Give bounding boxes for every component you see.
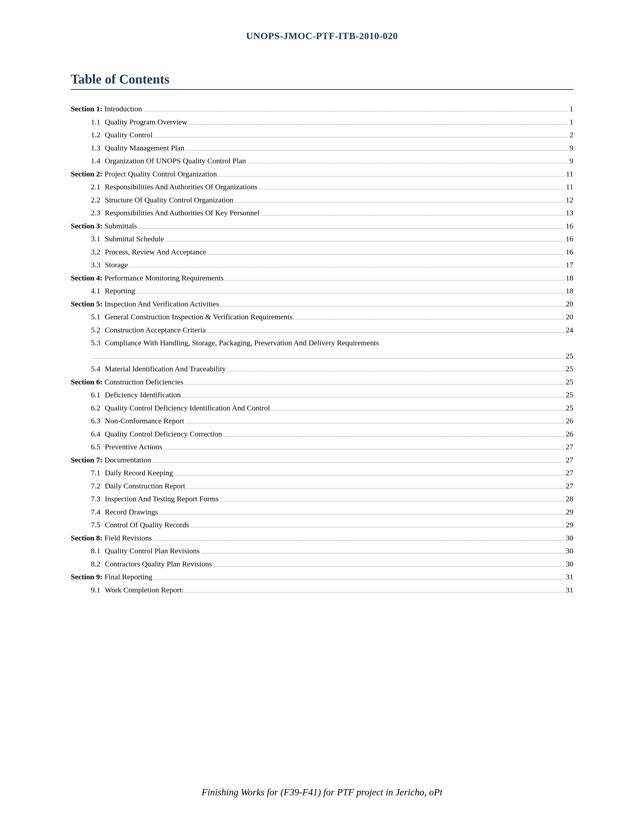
toc-page: 25 — [566, 362, 573, 375]
toc-sub-row: 1.4 Organization Of UNOPS Quality Contro… — [71, 154, 573, 167]
toc-sub-num: 7.3 — [91, 492, 105, 505]
toc-sub-num: 2.3 — [91, 206, 105, 219]
toc-sub-num: 8.2 — [91, 558, 105, 570]
toc-sub-num: 2.2 — [91, 194, 105, 206]
toc-section-num: Section 7: — [71, 453, 103, 466]
toc-page: 13 — [566, 206, 573, 219]
toc-sub-title: Responsibilities And Authorities Of Orga… — [105, 180, 258, 193]
toc-page: 11 — [566, 167, 573, 180]
toc-sub-row: 1.1 Quality Program Overview 1 — [71, 116, 573, 128]
toc-sub-row: 4.1 Reporting 18 — [71, 285, 573, 297]
toc-section-row: Section 8: Field Revisions 30 — [71, 532, 573, 544]
toc-body: Section 1: Introduction 1 1.1 Quality Pr… — [71, 103, 573, 772]
toc-sub-row: 1.3 Quality Management Plan 9 — [71, 142, 573, 154]
toc-dots — [271, 410, 565, 410]
toc-section-row: Section 4: Performance Monitoring Requir… — [71, 272, 573, 284]
toc-sub-row: 1.2 Quality Control 2 — [71, 129, 573, 141]
toc-sub-num: 5.3 — [91, 336, 105, 349]
toc-dots — [190, 527, 565, 527]
toc-dots — [143, 111, 568, 111]
toc-dots — [234, 202, 565, 203]
toc-sub-row: 6.2 Quality Control Deficiency Identific… — [71, 402, 573, 414]
toc-section-num: Section 6: — [71, 376, 103, 388]
toc-page: 29 — [566, 506, 573, 518]
document-id: UNOPS-JMOC-PTF-ITB-2010-020 — [246, 31, 398, 41]
toc-sub-row: 5.2 Construction Acceptance Criteria 24 — [71, 323, 573, 336]
toc-sub-num: 4.1 — [91, 285, 105, 297]
toc-section-row: Section 2: Project Quality Control Organ… — [71, 167, 573, 180]
toc-sub-title: Quality Control — [105, 129, 153, 141]
toc-sub-title: Quality Program Overview — [105, 116, 187, 128]
toc-page: 16 — [566, 220, 573, 232]
toc-dots — [153, 579, 565, 579]
toc-dots — [260, 215, 565, 215]
toc-sub-title: Responsibilities And Authorities Of Key … — [105, 206, 259, 219]
toc-page: 31 — [566, 584, 573, 596]
toc-sub-row: 7.3 Inspection And Testing Report Forms … — [71, 492, 573, 505]
toc-section-title: Inspection And Verification Activities — [105, 298, 219, 310]
toc-page: 26 — [566, 415, 573, 427]
toc-sub-row: 6.4 Quality Control Deficiency Correctio… — [71, 428, 573, 440]
toc-page: 20 — [566, 298, 573, 310]
toc-page: 30 — [566, 532, 573, 544]
toc-sub-title: Material Identification And Traceability — [105, 362, 226, 375]
toc-dots — [182, 397, 565, 397]
toc-sub-title: Quality Control Deficiency Identificatio… — [105, 402, 270, 414]
toc-page: 11 — [566, 180, 573, 193]
toc-sub-title: Deficiency Identification — [105, 389, 181, 401]
toc-sub-row: 2.1 Responsibilities And Authorities Of … — [71, 180, 573, 193]
toc-section-num: Section 4: — [71, 272, 103, 284]
toc-dots — [201, 553, 565, 553]
toc-sub-num: 6.3 — [91, 415, 105, 427]
toc-page: 31 — [566, 571, 573, 583]
toc-dots — [136, 293, 565, 293]
toc-dots — [153, 137, 568, 137]
toc-section-title: Field Revisions — [105, 532, 152, 544]
toc-dots — [186, 488, 565, 489]
toc-page: 29 — [566, 518, 573, 531]
toc-sub-row: 7.4 Record Drawings 29 — [71, 506, 573, 518]
toc-sub-title: Construction Acceptance Criteria — [105, 323, 206, 336]
toc-page: 30 — [566, 545, 573, 557]
toc-section-num: Section 1: — [71, 103, 103, 115]
toc-sub-title: Work Completion Report: — [105, 584, 184, 596]
toc-sub-title: Process, Review And Acceptance — [105, 246, 206, 258]
toc-sub-row: 6.5 Preventive Actions 27 — [71, 441, 573, 453]
toc-page: 2 — [570, 129, 573, 141]
toc-page: 25 — [566, 376, 573, 388]
toc-sub-title: Quality Control Deficiency Correction — [105, 428, 222, 440]
toc-dots — [218, 176, 565, 177]
toc-section-title: Construction Deficiencies — [105, 376, 184, 388]
toc-page: 25 — [566, 389, 573, 401]
toc-section-title: Submittals — [105, 220, 137, 232]
toc-section-title: Final Reporting — [105, 571, 152, 583]
toc-section-title: Documentation — [105, 453, 151, 466]
toc-page: 30 — [566, 558, 573, 570]
toc-sub-title: Daily Construction Report — [105, 479, 185, 492]
toc-section-row: Section 1: Introduction 1 — [71, 103, 573, 115]
toc-section-title: Introduction — [105, 103, 142, 115]
toc-page: 26 — [566, 428, 573, 440]
toc-page: 12 — [566, 194, 573, 206]
toc-sub-num: 5.4 — [91, 362, 105, 375]
toc-continuation: 25 — [71, 350, 573, 362]
toc-sub-num: 9.1 — [91, 584, 105, 596]
toc-section-title: Project Quality Control Organization — [105, 167, 217, 180]
toc-page: 1 — [570, 103, 573, 115]
toc-sub-num: 2.1 — [91, 180, 105, 193]
page: UNOPS-JMOC-PTF-ITB-2010-020 Table of Con… — [0, 0, 644, 833]
toc-sub-row: 8.1 Quality Control Plan Revisions 30 — [71, 545, 573, 557]
toc-dots — [184, 384, 565, 384]
toc-heading: Table of Contents — [71, 72, 573, 87]
toc-sub-num: 6.5 — [91, 441, 105, 453]
toc-divider — [71, 89, 573, 90]
toc-dots — [163, 449, 565, 449]
toc-sub-num: 6.2 — [91, 402, 105, 414]
toc-sub-num: 8.1 — [91, 545, 105, 557]
toc-sub-title: Structure Of Quality Control Organizatio… — [105, 194, 233, 206]
toc-sub-num: 7.2 — [91, 479, 105, 492]
toc-sub-row: 7.2 Daily Construction Report 27 — [71, 479, 573, 492]
toc-page: 25 — [566, 350, 573, 362]
toc-page: 9 — [570, 142, 573, 154]
toc-sub-title: Storage — [105, 259, 128, 271]
